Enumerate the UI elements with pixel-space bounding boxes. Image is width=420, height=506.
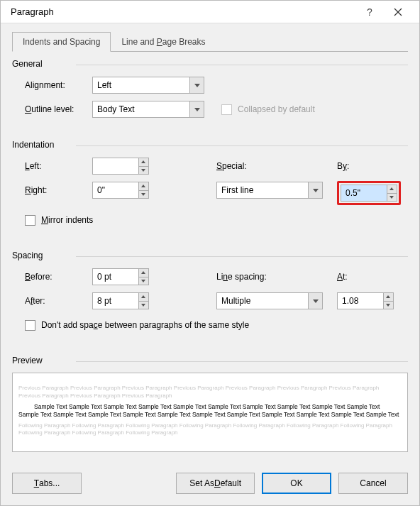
title-bar: Paragraph ? xyxy=(1,1,419,23)
special-label: Special: xyxy=(216,161,247,171)
outline-label: Outline level: xyxy=(25,104,92,114)
section-general: General xyxy=(12,59,408,69)
before-label: Before: xyxy=(25,272,92,282)
spinner-arrows[interactable] xyxy=(138,293,148,309)
set-as-default-button[interactable]: Set As Default xyxy=(176,473,255,494)
no-space-label: Don't add space between paragraphs of th… xyxy=(41,320,249,330)
spinner-arrows[interactable] xyxy=(387,185,397,201)
section-indentation: Indentation xyxy=(12,140,408,150)
section-spacing: Spacing xyxy=(12,251,408,260)
collapsed-label: Collapsed by default xyxy=(238,104,315,114)
spinner-arrows[interactable] xyxy=(138,158,148,174)
after-input[interactable] xyxy=(92,292,149,309)
preview-sample: Sample Text Sample Text Sample Text Samp… xyxy=(18,403,402,419)
indent-left-label: Left: xyxy=(25,161,92,171)
spinner-arrows[interactable] xyxy=(138,182,148,198)
tab-indents-spacing[interactable]: Indents and Spacing xyxy=(12,32,111,52)
chevron-down-icon xyxy=(189,77,204,93)
ok-button[interactable]: OK xyxy=(262,473,331,494)
close-button[interactable] xyxy=(384,1,412,23)
tab-strip: Indents and Spacing Line and Page Breaks xyxy=(12,32,408,52)
at-label: At: xyxy=(337,272,348,282)
preview-prev: Previous Paragraph Previous Paragraph Pr… xyxy=(18,385,402,400)
cancel-button[interactable]: Cancel xyxy=(338,473,408,494)
tabs-button[interactable]: Tabs... xyxy=(12,473,82,494)
indent-by-input[interactable] xyxy=(341,185,397,202)
after-label: After: xyxy=(25,296,92,306)
preview-next: Following Paragraph Following Paragraph … xyxy=(18,422,402,438)
chevron-down-icon xyxy=(308,293,322,309)
no-space-checkbox[interactable] xyxy=(25,320,35,331)
alignment-select[interactable]: Left xyxy=(92,77,204,94)
highlight-by-field xyxy=(337,181,401,205)
indent-right-label: Right: xyxy=(25,185,92,195)
special-select[interactable]: First line xyxy=(216,182,323,199)
at-input[interactable] xyxy=(337,292,394,309)
indent-right-input[interactable] xyxy=(92,182,149,199)
by-label: By: xyxy=(337,161,349,171)
line-spacing-label: Line spacing: xyxy=(216,272,267,282)
dialog-title: Paragraph xyxy=(11,6,54,17)
mirror-indents-label: Mirror indents xyxy=(41,215,93,225)
line-spacing-select[interactable]: Multiple xyxy=(216,292,323,309)
section-preview: Preview xyxy=(12,356,408,365)
alignment-label: Alignment: xyxy=(25,80,92,90)
tab-line-breaks[interactable]: Line and Page Breaks xyxy=(111,32,216,52)
spinner-arrows[interactable] xyxy=(383,293,393,309)
mirror-indents-checkbox[interactable] xyxy=(25,215,35,226)
indent-left-input[interactable] xyxy=(92,158,149,175)
help-button[interactable]: ? xyxy=(355,1,384,23)
before-input[interactable] xyxy=(92,268,149,285)
chevron-down-icon xyxy=(308,182,322,198)
button-bar: Tabs... Set As Default OK Cancel xyxy=(1,461,419,505)
spinner-arrows[interactable] xyxy=(138,269,148,285)
paragraph-dialog: Paragraph ? Indents and Spacing Line and… xyxy=(0,0,420,506)
outline-select[interactable]: Body Text xyxy=(92,101,204,118)
preview-area: Previous Paragraph Previous Paragraph Pr… xyxy=(12,373,408,452)
chevron-down-icon xyxy=(189,101,204,117)
collapsed-checkbox xyxy=(221,104,232,115)
close-icon xyxy=(394,8,402,16)
